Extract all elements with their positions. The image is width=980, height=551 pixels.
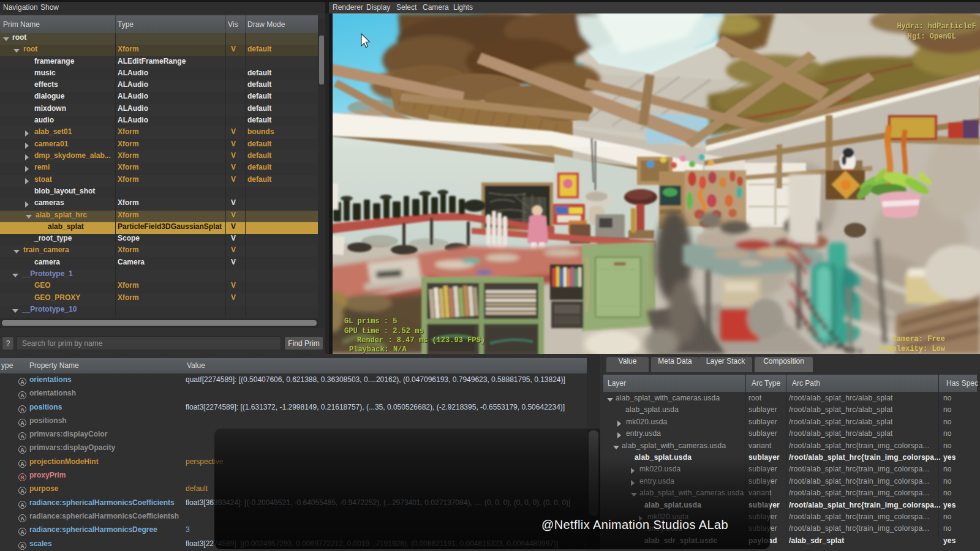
svg-text:Playback: N/A: Playback: N/A: [349, 345, 407, 354]
svg-text:Hydra: hdParticleF: Hydra: hdParticleF: [897, 22, 976, 31]
svg-text:GL prims : 5: GL prims : 5: [344, 317, 397, 326]
svg-text:GPU time : 2.52 ms: GPU time : 2.52 ms: [344, 327, 424, 335]
svg-text:Camera: Free: Camera: Free: [892, 335, 945, 343]
svg-text:Complexity: Low: Complexity: Low: [879, 345, 946, 353]
svg-text:Render : 8.47 ms (123.93 FPS): Render : 8.47 ms (123.93 FPS): [357, 336, 485, 345]
svg-text:Hgi: OpenGL: Hgi: OpenGL: [908, 32, 956, 41]
